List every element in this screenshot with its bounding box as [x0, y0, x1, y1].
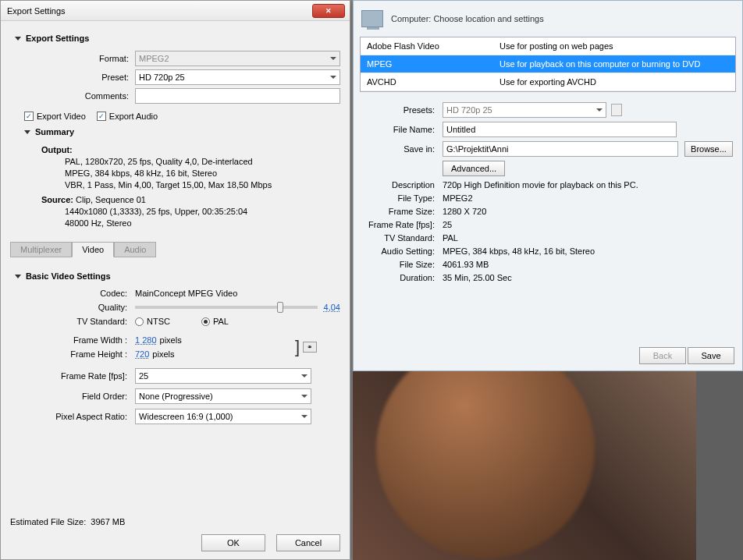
window-title: Export Settings: [5, 6, 312, 16]
computer-panel: Computer: Choose location and settings A…: [353, 0, 743, 371]
export-video-checkbox[interactable]: ✓Export Video: [24, 112, 86, 121]
source-label: Source:: [41, 195, 73, 204]
format-row-mpeg[interactable]: MPEGUse for playback on this computer or…: [361, 55, 735, 73]
advanced-button[interactable]: Advanced...: [443, 161, 505, 176]
framerate-dropdown[interactable]: 25: [135, 368, 311, 384]
tvstandard-label: TV Standard:: [363, 233, 443, 243]
fieldorder-label: Field Order:: [10, 392, 135, 401]
chevron-down-icon: [301, 395, 308, 398]
quality-value[interactable]: 4,04: [324, 303, 340, 312]
chevron-down-icon: [24, 130, 30, 134]
output-label: Output:: [41, 144, 340, 156]
chevron-down-icon: [330, 76, 336, 79]
filename-input[interactable]: [443, 122, 677, 137]
codec-value: MainConcept MPEG Video: [135, 289, 237, 298]
export-audio-checkbox[interactable]: ✓Export Audio: [97, 112, 158, 121]
export-settings-dialog: Export Settings ✕ Export Settings Format…: [0, 0, 350, 560]
close-button[interactable]: ✕: [312, 4, 345, 18]
frame-height-label: Frame Height :: [10, 349, 135, 359]
description-value: 720p High Definition movie for playback …: [443, 180, 638, 190]
chevron-down-icon: [15, 37, 21, 41]
tab-multiplexer[interactable]: Multiplexer: [10, 242, 72, 257]
filetype-value: MPEG2: [443, 193, 473, 203]
frame-width-label: Frame Width :: [10, 335, 135, 345]
frame-height-value[interactable]: 720: [135, 349, 149, 359]
framesize-label: Frame Size:: [363, 207, 443, 216]
tvstandard-value: PAL: [443, 233, 458, 243]
computer-icon: [361, 10, 383, 27]
filesize-label: File Size:: [363, 260, 443, 269]
format-label: Format:: [10, 54, 135, 63]
chevron-down-icon: [330, 57, 336, 60]
pal-radio[interactable]: PAL: [201, 317, 229, 326]
output-text: PAL, 1280x720, 25 fps, Quality 4,0, De-i…: [65, 156, 340, 191]
savein-label: Save in:: [363, 144, 443, 154]
duration-label: Duration:: [363, 273, 443, 282]
presets-dropdown[interactable]: HD 720p 25: [443, 102, 606, 118]
comments-label: Comments:: [10, 91, 135, 101]
ntsc-radio[interactable]: NTSC: [135, 317, 170, 326]
presets-label: Presets:: [363, 105, 443, 115]
link-icon[interactable]: ⚭: [303, 342, 317, 353]
chevron-down-icon: [15, 275, 21, 278]
quality-label: Quality:: [10, 303, 135, 312]
basic-video-section[interactable]: Basic Video Settings: [15, 271, 340, 281]
filesize-value: 4061.93 MB: [443, 260, 489, 269]
browse-button[interactable]: Browse...: [684, 141, 733, 157]
tab-audio[interactable]: Audio: [114, 242, 156, 257]
summary-section[interactable]: Summary: [24, 127, 340, 136]
tab-bar: Multiplexer Video Audio: [10, 242, 340, 257]
chevron-down-icon: [301, 415, 308, 418]
framerate-label: Frame Rate [fps]:: [10, 371, 135, 381]
back-button[interactable]: Back: [639, 347, 686, 364]
framerate-label: Frame Rate [fps]:: [363, 220, 443, 229]
chevron-down-icon: [301, 374, 308, 377]
filename-label: File Name:: [363, 125, 443, 134]
ok-button[interactable]: OK: [201, 534, 265, 551]
cancel-button[interactable]: Cancel: [276, 534, 340, 551]
framesize-value: 1280 X 720: [443, 207, 486, 216]
preset-label: Preset:: [10, 73, 135, 82]
estimated-filesize: Estimated File Size: 3967 MB: [10, 517, 340, 526]
tab-video[interactable]: Video: [72, 242, 114, 257]
par-label: Pixel Aspect Ratio:: [10, 412, 135, 421]
duration-value: 35 Min, 25.00 Sec: [443, 273, 512, 282]
frame-width-value[interactable]: 1 280: [135, 335, 157, 345]
panel-header: Computer: Choose location and settings: [354, 1, 742, 37]
filetype-label: File Type:: [363, 193, 443, 203]
format-row-flash[interactable]: Adobe Flash VideoUse for posting on web …: [361, 37, 735, 55]
audio-value: MPEG, 384 kbps, 48 kHz, 16 bit, Stereo: [443, 246, 595, 256]
par-dropdown[interactable]: Widescreen 16:9 (1,000): [135, 409, 311, 424]
format-list: Adobe Flash VideoUse for posting on web …: [360, 37, 736, 92]
tvstandard-label: TV Standard:: [10, 317, 135, 326]
description-label: Description: [363, 180, 443, 190]
titlebar[interactable]: Export Settings ✕: [1, 1, 350, 21]
format-row-avchd[interactable]: AVCHDUse for exporting AVCHD: [361, 73, 735, 91]
framerate-value: 25: [443, 220, 452, 229]
audio-label: Audio Setting:: [363, 246, 443, 256]
bracket-icon: ]: [295, 337, 300, 357]
quality-slider[interactable]: [135, 306, 318, 309]
save-button[interactable]: Save: [688, 347, 734, 364]
chevron-down-icon: [596, 108, 603, 112]
savein-input[interactable]: [443, 141, 678, 157]
preset-dropdown[interactable]: HD 720p 25: [135, 69, 340, 85]
comments-input[interactable]: [135, 88, 340, 104]
source-text: 1440x1080 (1,3333), 25 fps, Upper, 00:35…: [65, 206, 340, 229]
format-dropdown[interactable]: MPEG2: [135, 51, 340, 66]
trash-icon[interactable]: [611, 104, 622, 116]
preview-image: [353, 371, 743, 560]
codec-label: Codec:: [10, 289, 135, 298]
fieldorder-dropdown[interactable]: None (Progressive): [135, 388, 311, 404]
export-settings-section[interactable]: Export Settings: [15, 34, 340, 43]
